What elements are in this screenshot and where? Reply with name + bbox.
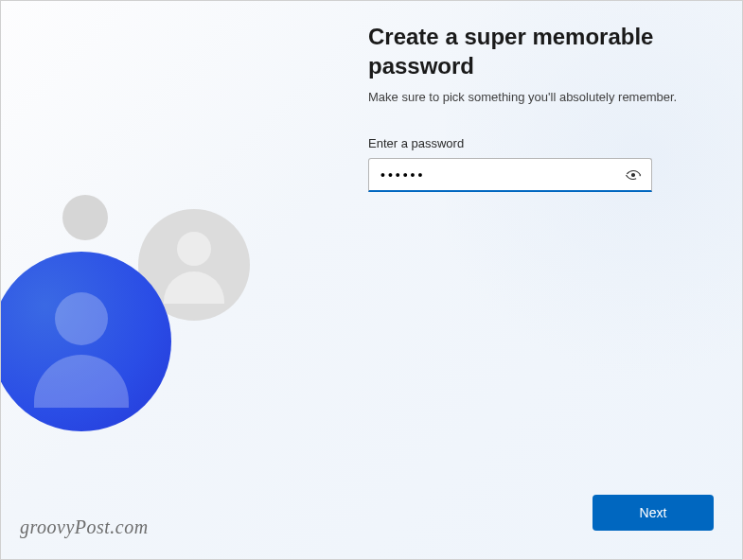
person-icon-head xyxy=(177,232,211,266)
eye-reveal-icon[interactable] xyxy=(625,166,642,184)
person-icon-body xyxy=(34,355,129,408)
next-button[interactable]: Next xyxy=(593,495,714,531)
form-panel: Create a super memorable password Make s… xyxy=(368,22,709,192)
password-label: Enter a password xyxy=(368,136,709,150)
password-input-wrapper[interactable] xyxy=(368,158,652,192)
person-icon-head xyxy=(55,292,108,345)
svg-point-0 xyxy=(632,173,635,176)
page-subtitle: Make sure to pick something you'll absol… xyxy=(368,90,709,104)
password-input[interactable] xyxy=(380,159,617,190)
watermark-text: groovyPost.com xyxy=(20,516,149,538)
avatar-primary xyxy=(0,252,171,431)
decorative-circle-small xyxy=(62,195,108,240)
page-title: Create a super memorable password xyxy=(368,22,709,80)
person-icon-body xyxy=(164,271,224,304)
account-illustration xyxy=(1,157,304,441)
